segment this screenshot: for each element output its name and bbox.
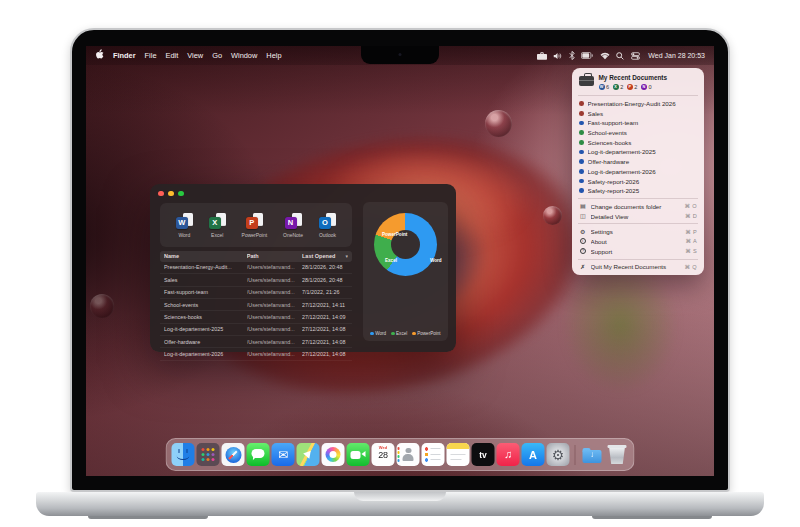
menu-window[interactable]: Window bbox=[231, 51, 257, 60]
window-controls bbox=[158, 191, 184, 197]
dock-contacts-icon[interactable] bbox=[397, 443, 420, 466]
envelope-glyph: ✉ bbox=[278, 449, 288, 461]
battery-icon[interactable] bbox=[581, 52, 593, 59]
menu-item-support[interactable]: ?Support⌘ S bbox=[572, 246, 704, 256]
search-icon[interactable] bbox=[616, 52, 624, 60]
dock-trash-icon[interactable] bbox=[606, 443, 629, 466]
table-row[interactable]: Log-it-departement-2026/Users/stefanvand… bbox=[160, 348, 352, 360]
zoom-button[interactable] bbox=[178, 191, 184, 197]
menu-item-document[interactable]: Fast-support-team bbox=[572, 118, 704, 128]
dock-maps-icon[interactable] bbox=[297, 443, 320, 466]
menu-go[interactable]: Go bbox=[212, 51, 222, 60]
powerpoint-icon: P bbox=[246, 213, 263, 230]
tray-briefcase-icon[interactable] bbox=[537, 52, 547, 60]
menu-separator bbox=[578, 259, 698, 260]
menu-help[interactable]: Help bbox=[266, 51, 281, 60]
menu-item-quit[interactable]: ✗Quit My Recent Documents⌘ Q bbox=[572, 262, 704, 272]
column-last-opened[interactable]: Last Opened▾ bbox=[302, 253, 348, 259]
documents-table: Name Path Last Opened▾ Presentation-Ener… bbox=[160, 251, 352, 361]
dock-facetime-icon[interactable] bbox=[347, 443, 370, 466]
slice-label-powerpoint: PowerPoint bbox=[382, 232, 407, 237]
column-name[interactable]: Name bbox=[164, 253, 247, 259]
dock-photos-icon[interactable] bbox=[322, 443, 345, 466]
screen: Finder File Edit View Go Window Help bbox=[86, 46, 714, 476]
apple-menu-icon[interactable] bbox=[95, 49, 104, 62]
close-button[interactable] bbox=[158, 191, 164, 197]
menu-item-document[interactable]: Log-it-departement-2026 bbox=[572, 167, 704, 177]
dock-finder-icon[interactable] bbox=[172, 443, 195, 466]
doc-color-dot bbox=[579, 159, 584, 164]
menu-item-document[interactable]: Log-it-departement-2025 bbox=[572, 147, 704, 157]
minimize-button[interactable] bbox=[168, 191, 174, 197]
menu-file[interactable]: File bbox=[145, 51, 157, 60]
dock: ✉ Wed28 tv ♫ A ⚙ ↓ bbox=[166, 438, 635, 471]
menu-item-about[interactable]: iAbout⌘ A bbox=[572, 237, 704, 247]
menu-item-document[interactable]: School-events bbox=[572, 128, 704, 138]
legend-powerpoint: PowerPoint bbox=[412, 331, 440, 336]
menu-item-document[interactable]: Presentation-Energy-Audit 2026 bbox=[572, 99, 704, 109]
menubar-clock[interactable]: Wed Jan 28 20:53 bbox=[648, 52, 705, 59]
app-excel[interactable]: XExcel bbox=[209, 213, 226, 238]
menu-item-document[interactable]: Offer-hardware bbox=[572, 157, 704, 167]
laptop-base bbox=[36, 492, 764, 516]
app-word[interactable]: WWord bbox=[176, 213, 193, 238]
app-onenote[interactable]: NOneNote bbox=[283, 213, 303, 238]
dock-music-icon[interactable]: ♫ bbox=[497, 443, 520, 466]
table-row[interactable]: Offer-hardware/Users/stefanvand...27/12/… bbox=[160, 336, 352, 348]
table-row[interactable]: Sciences-books/Users/stefanvand...27/12/… bbox=[160, 311, 352, 323]
office-apps-panel: WWord XExcel PPowerPoint NOneNote OOutlo… bbox=[160, 203, 352, 247]
doc-color-dot bbox=[579, 188, 584, 193]
doc-color-dot bbox=[579, 111, 584, 116]
menu-separator bbox=[578, 223, 698, 224]
donut-chart: Word Excel PowerPoint bbox=[374, 213, 437, 276]
table-row[interactable]: Fast-support-team/Users/stefanvand...7/1… bbox=[160, 287, 352, 299]
doc-color-dot bbox=[579, 121, 584, 126]
slice-label-word: Word bbox=[430, 258, 442, 263]
menu-header: My Recent Documents W6 X2 P2 N0 bbox=[572, 72, 704, 93]
app-outlook[interactable]: OOutlook bbox=[319, 213, 336, 238]
control-center-icon[interactable] bbox=[631, 52, 640, 60]
table-row[interactable]: Sales/Users/stefanvand...28/1/2026, 20:4… bbox=[160, 274, 352, 286]
dock-mail-icon[interactable]: ✉ bbox=[272, 443, 295, 466]
column-path[interactable]: Path bbox=[247, 253, 302, 259]
dock-messages-icon[interactable] bbox=[247, 443, 270, 466]
menu-item-document[interactable]: Safety-report-2026 bbox=[572, 176, 704, 186]
word-count-badge: W6 bbox=[599, 84, 610, 90]
dock-notes-icon[interactable] bbox=[447, 443, 470, 466]
table-row[interactable]: Log-it-departement-2025/Users/stefanvand… bbox=[160, 324, 352, 336]
doc-color-dot bbox=[579, 140, 584, 145]
app-count-badges: W6 X2 P2 N0 bbox=[599, 84, 668, 90]
menu-item-document[interactable]: Sales bbox=[572, 108, 704, 118]
dock-appstore-icon[interactable]: A bbox=[522, 443, 545, 466]
menu-item-document[interactable]: Safety-report-2025 bbox=[572, 186, 704, 196]
menu-edit[interactable]: Edit bbox=[166, 51, 179, 60]
camera-dot bbox=[399, 53, 402, 56]
menu-finder[interactable]: Finder bbox=[113, 51, 136, 60]
dock-launchpad-icon[interactable] bbox=[197, 443, 220, 466]
dock-settings-icon[interactable]: ⚙ bbox=[547, 443, 570, 466]
menu-item-document[interactable]: Sciences-books bbox=[572, 137, 704, 147]
briefcase-icon bbox=[579, 76, 594, 86]
menu-item-change-folder[interactable]: ▤Change documents folder⌘ O bbox=[572, 202, 704, 212]
display-notch bbox=[361, 46, 439, 64]
bluetooth-icon[interactable] bbox=[569, 51, 575, 60]
dock-reminders-icon[interactable] bbox=[422, 443, 445, 466]
doc-color-dot bbox=[579, 101, 584, 106]
dock-calendar-icon[interactable]: Wed28 bbox=[372, 443, 395, 466]
quit-icon: ✗ bbox=[579, 264, 587, 270]
app-powerpoint[interactable]: PPowerPoint bbox=[242, 213, 268, 238]
menu-item-settings[interactable]: ⚙Settings⌘ P bbox=[572, 227, 704, 237]
dock-safari-icon[interactable] bbox=[222, 443, 245, 466]
wifi-icon[interactable] bbox=[600, 52, 610, 60]
gear-glyph: ⚙ bbox=[552, 448, 565, 462]
volume-icon[interactable] bbox=[553, 52, 562, 60]
dock-tv-icon[interactable]: tv bbox=[472, 443, 495, 466]
table-row[interactable]: Presentation-Energy-Audit.../Users/stefa… bbox=[160, 262, 352, 274]
menu-view[interactable]: View bbox=[187, 51, 203, 60]
legend-excel: Excel bbox=[391, 331, 407, 336]
table-row[interactable]: School-events/Users/stefanvand...27/12/2… bbox=[160, 299, 352, 311]
dock-downloads-icon[interactable]: ↓ bbox=[581, 443, 604, 466]
dock-separator bbox=[575, 445, 576, 465]
recent-documents-window: WWord XExcel PPowerPoint NOneNote OOutlo… bbox=[150, 184, 456, 352]
menu-item-detailed-view[interactable]: ◫Detailed View⌘ D bbox=[572, 211, 704, 221]
